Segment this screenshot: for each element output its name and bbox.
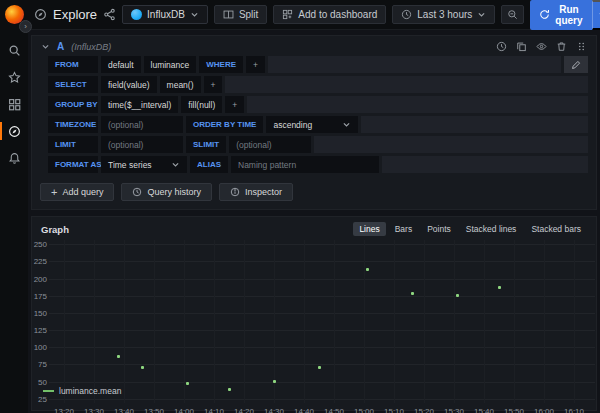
format-as-label: FORMAT AS: [48, 156, 98, 173]
graph-mode-bars[interactable]: Bars: [389, 222, 418, 236]
collapse-chevron-icon[interactable]: [41, 42, 50, 51]
history-icon: [132, 187, 142, 197]
query-row-select: SELECT field(value) mean() +: [48, 76, 588, 93]
pencil-icon: [571, 60, 581, 70]
alias-input[interactable]: [231, 156, 379, 173]
query-history-button[interactable]: Query history: [121, 183, 212, 201]
info-circle-icon: [230, 187, 240, 197]
group-by-add-button[interactable]: +: [225, 96, 244, 113]
eye-icon[interactable]: [536, 41, 547, 52]
order-by-select[interactable]: ascending: [266, 116, 358, 133]
query-row-header: A (InfluxDB): [32, 36, 596, 56]
x-axis-tick-label: 14:10: [204, 407, 224, 413]
sidebar-item-dashboards[interactable]: [0, 94, 28, 114]
topbar: Explore InfluxDB Split: [28, 0, 600, 30]
select-aggregation-segment[interactable]: mean(): [160, 76, 201, 93]
gridline-vertical: [394, 240, 395, 403]
timezone-label: TIMEZONE: [48, 116, 98, 133]
gridline-vertical: [214, 240, 215, 403]
x-axis-tick-label: 15:30: [444, 407, 464, 413]
gridline-vertical: [64, 240, 65, 403]
where-add-button[interactable]: +: [246, 56, 265, 73]
edit-query-pencil-button[interactable]: [564, 56, 588, 73]
select-field-segment[interactable]: field(value): [101, 76, 157, 93]
graph-mode-points[interactable]: Points: [421, 222, 457, 236]
slimit-input[interactable]: [229, 136, 311, 153]
timezone-input[interactable]: [101, 116, 183, 133]
x-axis-tick-label: 13:50: [144, 407, 164, 413]
split-icon: [223, 9, 234, 20]
graph-panel: Graph LinesBarsPointsStacked linesStacke…: [31, 216, 597, 411]
group-by-fill-segment[interactable]: fill(null): [181, 96, 222, 113]
query-rows: FROM default luminance WHERE + SELECT fi…: [32, 56, 596, 173]
chevron-down-icon: [190, 10, 199, 19]
run-query-dropdown[interactable]: [592, 0, 600, 30]
x-axis-tick-label: 15:20: [414, 407, 434, 413]
sidebar-item-starred[interactable]: [0, 67, 28, 87]
share-icon[interactable]: [103, 8, 116, 21]
data-point: [273, 380, 276, 383]
data-point: [186, 382, 189, 385]
graph-mode-stacked-lines[interactable]: Stacked lines: [460, 222, 523, 236]
history-icon[interactable]: [496, 41, 507, 52]
from-policy-segment[interactable]: default: [101, 56, 141, 73]
query-row-format-as: FORMAT AS Time series ALIAS: [48, 156, 588, 173]
sidebar-item-alerting[interactable]: [0, 148, 28, 168]
run-query-button-group: Run query: [530, 0, 600, 30]
graph-mode-stacked-bars[interactable]: Stacked bars: [525, 222, 587, 236]
plot-area[interactable]: 25507510012515017520022525013:2013:3013:…: [49, 240, 595, 403]
gridline-vertical: [124, 240, 125, 403]
from-measurement-segment[interactable]: luminance: [144, 56, 197, 73]
sidebar-item-search[interactable]: [0, 40, 28, 60]
legend-item[interactable]: luminance.mean: [43, 386, 121, 396]
alias-label: ALIAS: [190, 156, 228, 173]
y-axis-tick-label: 200: [32, 275, 47, 284]
gridline-vertical: [94, 240, 95, 403]
chevron-down-icon: [477, 10, 486, 19]
x-axis-tick-label: 13:20: [54, 407, 74, 413]
y-axis-tick-label: 175: [32, 292, 47, 301]
row-filler: [382, 156, 588, 173]
order-by-value: ascending: [273, 120, 312, 130]
sidebar-expand-button[interactable]: ›: [19, 20, 32, 33]
select-add-button[interactable]: +: [204, 76, 223, 93]
gridline-vertical: [274, 240, 275, 403]
group-by-time-segment[interactable]: time($__interval): [101, 96, 178, 113]
copy-icon[interactable]: [516, 41, 527, 52]
limit-input[interactable]: [101, 136, 183, 153]
sidebar: ›: [0, 0, 28, 413]
query-row-group-by: GROUP BY time($__interval) fill(null) +: [48, 96, 588, 113]
main-area: Explore InfluxDB Split: [28, 0, 600, 413]
inspector-button[interactable]: Inspector: [219, 183, 293, 201]
y-axis-tick-label: 125: [32, 326, 47, 335]
chevron-down-icon: [171, 160, 180, 169]
plus-icon: +: [51, 188, 57, 197]
format-as-select[interactable]: Time series: [101, 156, 187, 173]
y-axis-tick-label: 100: [32, 343, 47, 352]
row-filler: [268, 56, 561, 73]
zoom-out-time-button[interactable]: [501, 5, 524, 24]
limit-label: LIMIT: [48, 136, 98, 153]
query-ref-id: A: [57, 41, 64, 52]
gridline-vertical: [574, 240, 575, 403]
time-range-picker[interactable]: Last 3 hours: [392, 5, 495, 24]
graph-mode-lines[interactable]: Lines: [353, 222, 385, 236]
query-row-from: FROM default luminance WHERE +: [48, 56, 588, 73]
time-range-label: Last 3 hours: [417, 9, 472, 20]
row-filler: [314, 136, 588, 153]
gridline-vertical: [334, 240, 335, 403]
group-by-label: GROUP BY: [48, 96, 98, 113]
add-query-button[interactable]: + Add query: [40, 183, 114, 201]
inspector-label: Inspector: [245, 187, 282, 197]
trash-icon[interactable]: [556, 41, 567, 52]
datasource-picker[interactable]: InfluxDB: [122, 5, 208, 24]
gridline-vertical: [304, 240, 305, 403]
drag-handle-icon[interactable]: [576, 41, 587, 52]
y-axis-tick-label: 25: [32, 395, 47, 404]
split-button[interactable]: Split: [214, 5, 267, 24]
x-axis-tick-label: 13:40: [114, 407, 134, 413]
sidebar-item-explore[interactable]: [0, 121, 28, 141]
gridline-vertical: [244, 240, 245, 403]
run-query-button[interactable]: Run query: [530, 0, 591, 30]
add-to-dashboard-button[interactable]: Add to dashboard: [273, 5, 386, 24]
